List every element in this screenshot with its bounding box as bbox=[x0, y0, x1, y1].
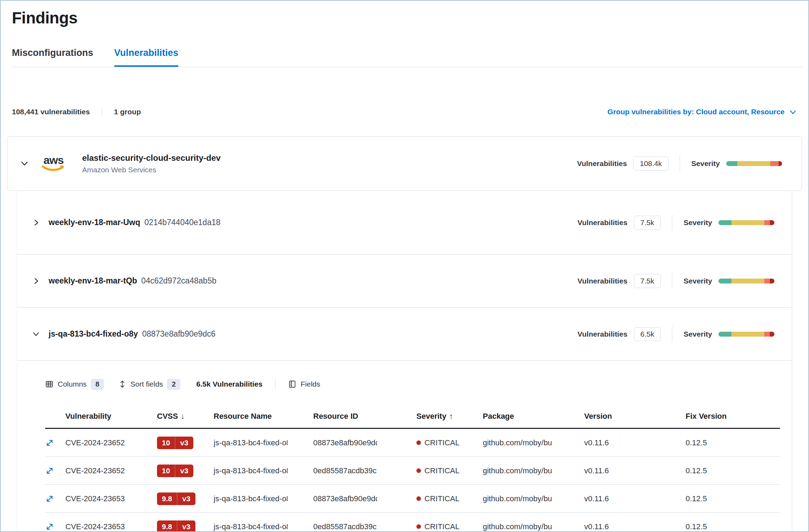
vulnerabilities-count-badge: 7.5k bbox=[634, 216, 661, 230]
table-body: CVE-2024-23652 10 v3 js-qa-813-bc4-fixed… bbox=[45, 429, 780, 532]
group-by-selector[interactable]: Group vulnerabilities by: Cloud account,… bbox=[608, 108, 797, 116]
tab-misconfigurations[interactable]: Misconfigurations bbox=[12, 48, 93, 67]
severity-label: Severity bbox=[691, 159, 720, 168]
columns-table-icon bbox=[45, 380, 53, 388]
severity-cell: CRITICAL bbox=[424, 438, 459, 447]
divider bbox=[672, 273, 672, 289]
resource-name-cell: js-qa-813-bc4-fixed-o8y bbox=[214, 494, 288, 503]
vulnerabilities-label: Vulnerabilities bbox=[577, 159, 627, 168]
version-cell: v0.11.6 bbox=[584, 522, 686, 531]
summary-row: 108,441 vulnerabilities 1 group Group vu… bbox=[12, 105, 797, 119]
findings-tabs: Misconfigurations Vulnerabilities bbox=[12, 48, 802, 67]
resource-group-stats: Vulnerabilities 7.5k Severity bbox=[578, 273, 774, 289]
severity-bar bbox=[718, 279, 774, 283]
result-summary: 6.5k Vulnerabilities bbox=[196, 380, 263, 388]
column-header-resource-id[interactable]: Resource ID bbox=[313, 412, 416, 421]
column-header-version[interactable]: Version bbox=[584, 412, 686, 421]
tab-vulnerabilities[interactable]: Vulnerabilities bbox=[114, 48, 179, 67]
cvss-score: 10 bbox=[157, 465, 175, 477]
vulnerabilities-count-badge: 7.5k bbox=[634, 274, 661, 288]
fix-version-cell: 0.12.5 bbox=[686, 438, 780, 447]
cve-id[interactable]: CVE-2024-23653 bbox=[65, 494, 157, 503]
sort-asc-arrow-icon: ↑ bbox=[449, 412, 453, 421]
severity-bar bbox=[726, 161, 782, 166]
column-header-severity[interactable]: Severity↑ bbox=[416, 412, 483, 421]
vulnerabilities-label: Vulnerabilities bbox=[578, 277, 628, 285]
table-row: CVE-2024-23652 10 v3 js-qa-813-bc4-fixed… bbox=[45, 457, 780, 485]
vulnerabilities-count-badge: 108.4k bbox=[633, 157, 668, 171]
account-name: elastic-security-cloud-security-dev bbox=[82, 153, 221, 163]
column-header-cvss[interactable]: CVSS↓ bbox=[157, 412, 214, 421]
account-stats: Vulnerabilities 108.4k Severity bbox=[577, 156, 782, 172]
resource-group-id: 04c62d972ca48ab5b bbox=[141, 276, 216, 286]
expand-group-button[interactable] bbox=[32, 277, 40, 285]
resource-group-row: js-qa-813-bc4-fixed-o8y 08873e8afb90e9dc… bbox=[17, 308, 792, 361]
cvss-badge: 10 v3 bbox=[157, 465, 193, 477]
table-row: CVE-2024-23652 10 v3 js-qa-813-bc4-fixed… bbox=[45, 429, 780, 457]
resource-group-name: weekly-env-18-mar-Uwq bbox=[49, 218, 140, 227]
collapse-group-button[interactable] bbox=[20, 159, 29, 168]
resource-group-name: js-qa-813-bc4-fixed-o8y bbox=[49, 329, 138, 339]
vulnerabilities-label: Vulnerabilities bbox=[578, 330, 628, 338]
column-header-fix-version[interactable]: Fix Version bbox=[686, 412, 780, 421]
cve-id[interactable]: CVE-2024-23652 bbox=[65, 466, 157, 475]
columns-label: Columns bbox=[58, 380, 87, 388]
resource-group-stats: Vulnerabilities 7.5k Severity bbox=[578, 215, 774, 231]
chevron-right-icon bbox=[32, 277, 40, 285]
sort-desc-arrow-icon: ↓ bbox=[181, 412, 185, 420]
package-cell: github.com/moby/bu bbox=[483, 466, 552, 475]
cloud-account-group-row: aws elastic-security-cloud-security-dev … bbox=[7, 136, 802, 191]
cvss-badge: 9.8 v3 bbox=[157, 520, 195, 532]
severity-bar bbox=[718, 332, 774, 337]
aws-logo: aws bbox=[39, 155, 68, 172]
critical-severity-dot-icon bbox=[416, 524, 421, 529]
resource-id-cell: 0ed85587acdb39c bbox=[313, 522, 377, 531]
page-title: Findings bbox=[12, 8, 802, 27]
divider bbox=[672, 215, 672, 231]
expand-row-button[interactable] bbox=[45, 438, 54, 447]
severity-cell: CRITICAL bbox=[424, 466, 459, 475]
cve-id[interactable]: CVE-2024-23653 bbox=[65, 522, 157, 531]
table-row: CVE-2024-23653 9.8 v3 js-qa-813-bc4-fixe… bbox=[45, 513, 780, 532]
cvss-score: 9.8 bbox=[157, 520, 177, 532]
column-header-vulnerability[interactable]: Vulnerability bbox=[65, 412, 157, 421]
sort-fields-button[interactable]: Sort fields 2 bbox=[119, 379, 180, 390]
expand-row-button[interactable] bbox=[45, 494, 54, 503]
columns-count-badge: 8 bbox=[91, 379, 104, 390]
table-header-row: Vulnerability CVSS↓ Resource Name Resour… bbox=[45, 403, 780, 429]
resource-group-id: 08873e8afb90e9dc6 bbox=[142, 329, 216, 339]
sort-arrows-icon bbox=[119, 380, 126, 388]
cve-id[interactable]: CVE-2024-23652 bbox=[65, 438, 157, 447]
critical-severity-dot-icon bbox=[416, 496, 421, 501]
column-header-package[interactable]: Package bbox=[483, 412, 584, 421]
expand-group-button[interactable] bbox=[32, 218, 40, 227]
resource-groups-panel: weekly-env-18-mar-Uwq 0214b744040e1da18 … bbox=[17, 191, 792, 532]
vulnerabilities-table: Vulnerability CVSS↓ Resource Name Resour… bbox=[45, 403, 780, 532]
cvss-score: 9.8 bbox=[157, 493, 177, 505]
fix-version-cell: 0.12.5 bbox=[686, 494, 780, 503]
version-cell: v0.11.6 bbox=[584, 494, 686, 503]
cvss-badge: 9.8 v3 bbox=[157, 493, 195, 505]
divider bbox=[102, 107, 102, 117]
cvss-version: v3 bbox=[175, 465, 193, 477]
vulnerability-count: 108,441 vulnerabilities bbox=[12, 108, 90, 116]
package-cell: github.com/moby/bu bbox=[483, 494, 552, 503]
expand-row-button[interactable] bbox=[45, 466, 54, 475]
group-count: 1 group bbox=[114, 108, 141, 116]
resource-name-cell: js-qa-813-bc4-fixed-o8y bbox=[214, 522, 288, 531]
table-row: CVE-2024-23653 9.8 v3 js-qa-813-bc4-fixe… bbox=[45, 485, 780, 513]
version-cell: v0.11.6 bbox=[584, 466, 686, 475]
expand-row-button[interactable] bbox=[45, 522, 54, 531]
chevron-down-icon bbox=[32, 330, 40, 338]
account-provider: Amazon Web Services bbox=[82, 166, 221, 174]
collapse-group-button[interactable] bbox=[32, 330, 40, 338]
resource-group-row: weekly-env-18-mar-Uwq 0214b744040e1da18 … bbox=[17, 191, 792, 254]
fields-button[interactable]: Fields bbox=[288, 380, 320, 388]
column-header-resource-name[interactable]: Resource Name bbox=[214, 412, 313, 421]
severity-label: Severity bbox=[683, 218, 712, 227]
columns-button[interactable]: Columns 8 bbox=[45, 379, 104, 390]
cvss-badge: 10 v3 bbox=[157, 437, 193, 449]
resource-id-cell: 08873e8afb90e9dc6 bbox=[313, 494, 377, 503]
package-cell: github.com/moby/bu bbox=[483, 522, 552, 531]
critical-severity-dot-icon bbox=[416, 440, 421, 445]
